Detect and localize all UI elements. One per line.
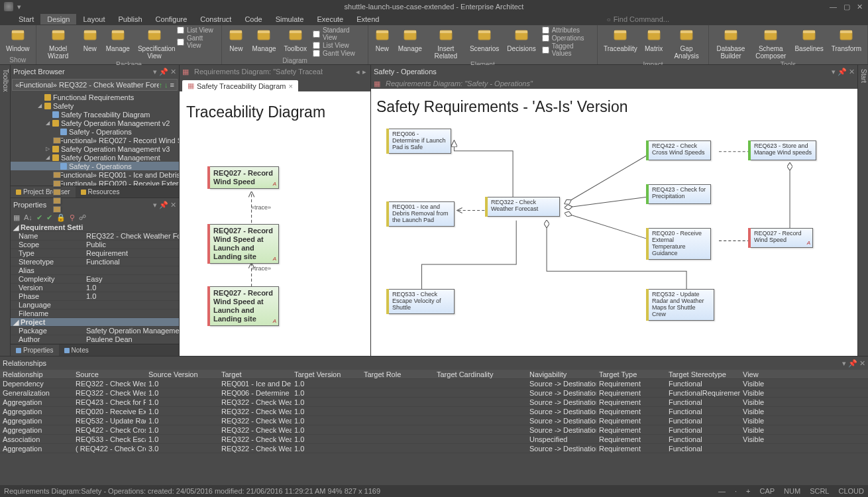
menu-tab-execute[interactable]: Execute — [310, 14, 350, 25]
rel-header[interactable]: Source — [73, 370, 146, 378]
requirement-box[interactable]: REQ623 - Store and Manage Wind speeds — [750, 140, 816, 160]
traceability-canvas[interactable]: Traceability Diagram REQ027 - Record Win… — [180, 91, 370, 356]
ribbon-check-operations[interactable]: Operations — [542, 34, 593, 42]
ribbon-database-builder[interactable]: Database Builder — [713, 27, 749, 61]
ribbon-manage[interactable]: Manage — [250, 27, 278, 54]
menu-tab-design[interactable]: Design — [40, 14, 76, 25]
sort-icon[interactable]: A↓ — [24, 213, 32, 221]
rel-header[interactable]: Relationship — [0, 370, 73, 378]
ribbon-new[interactable]: New — [226, 27, 246, 54]
requirement-box[interactable]: REQ020 - Receive External Temperature Gu… — [648, 228, 711, 260]
rel-header[interactable]: Target — [219, 370, 292, 378]
zoom-out-icon[interactable]: — — [718, 487, 726, 495]
find-command[interactable]: Find Command... — [607, 15, 868, 23]
minimize-button[interactable]: — — [830, 3, 837, 11]
requirement-box[interactable]: REQ027 - Record Wind Speed at Launch and… — [209, 224, 279, 264]
property-row[interactable]: StereotypeFunctional — [11, 258, 179, 266]
ribbon-decisions[interactable]: Decisions — [505, 27, 537, 54]
ribbon-check-tagged-values[interactable]: Tagged Values — [542, 42, 593, 57]
close-tab-icon[interactable]: × — [289, 82, 293, 90]
requirement-box[interactable]: REQ422 - Check Cross Wind Speeds — [648, 140, 711, 160]
relationships-grid[interactable]: RelationshipSourceSource VersionTargetTa… — [0, 370, 868, 485]
rel-header[interactable]: Source Version — [146, 370, 219, 378]
relationship-row[interactable]: GeneralizationREQ322 - Check Weather For… — [0, 388, 868, 398]
close-button[interactable]: ✕ — [857, 3, 863, 11]
zoom-in-icon[interactable]: + — [746, 487, 750, 495]
requirement-box[interactable]: REQ027 - Record Wind SpeedA — [750, 228, 813, 248]
ribbon-check-list-view[interactable]: List View — [313, 42, 364, 49]
menu-tab-code[interactable]: Code — [238, 14, 268, 25]
tree-node[interactable]: Safety - Operations — [11, 162, 179, 170]
tree-node[interactable]: Functional Requirements — [11, 93, 179, 101]
relationship-row[interactable]: AggregationREQ020 - Receive External Te.… — [0, 407, 868, 416]
rel-header[interactable]: View — [740, 370, 780, 378]
safety-operations-canvas[interactable]: Safety Requirements - 'As-Is' Version — [371, 89, 857, 356]
ribbon-check-gantt-view[interactable]: Gantt View — [313, 50, 364, 57]
ribbon-new[interactable]: New — [80, 27, 100, 54]
property-row[interactable]: AuthorPaulene Dean — [11, 335, 179, 344]
requirement-box[interactable]: REQ322 - Check Weather Forecast — [487, 197, 560, 217]
property-row[interactable]: ScopePublic — [11, 241, 179, 249]
rel-header[interactable]: Target Stereotype — [666, 370, 740, 378]
requirement-box[interactable]: REQ001 - Ice and Debris Removal from the… — [388, 201, 455, 227]
relationship-row[interactable]: Aggregation( REQ422 - Check Cross Wind .… — [0, 444, 868, 453]
ribbon-traceability[interactable]: Traceability — [602, 27, 639, 54]
lock-icon[interactable]: 🔒 — [56, 213, 66, 222]
ribbon-manage[interactable]: Manage — [104, 27, 132, 54]
menu-tab-configure[interactable]: Configure — [149, 14, 194, 25]
rel-header[interactable]: Target Version — [292, 370, 361, 378]
rel-header[interactable]: Target Type — [596, 370, 666, 378]
tree-node[interactable]: Safety - Operations — [11, 127, 179, 136]
project-browser-tree[interactable]: Functional Requirements◢SafetySafety Tra… — [11, 91, 179, 186]
pin-icon[interactable]: ⚲ — [70, 213, 75, 222]
props-tab[interactable]: Notes — [59, 345, 94, 356]
rel-header[interactable]: Target Cardinality — [434, 370, 527, 378]
ribbon-toolbox[interactable]: Toolbox — [282, 27, 309, 54]
qat-dropdown[interactable]: ▾ — [17, 3, 21, 11]
menu-tab-publish[interactable]: Publish — [112, 14, 149, 25]
requirement-box[interactable]: REQ027 - Record Wind Speed at Launch and… — [209, 286, 279, 326]
toolbox-sidebar[interactable]: Toolbox — [0, 65, 11, 356]
property-row[interactable]: Alias — [11, 266, 179, 275]
property-row[interactable]: TypeRequirement — [11, 249, 179, 258]
tree-node[interactable]: ◢Safety — [11, 101, 179, 110]
pb-tab[interactable]: Resources — [76, 186, 125, 197]
menu-tab-start[interactable]: Start — [12, 14, 40, 25]
property-row[interactable]: Version1.0 — [11, 284, 179, 292]
property-row[interactable]: NameREQ322 - Check Weather Forec... — [11, 232, 179, 241]
tree-node[interactable]: «Functional» REQ027 - Record Wind Sp — [11, 136, 179, 144]
start-sidebar[interactable]: Start — [857, 65, 868, 356]
ribbon-baselines[interactable]: Baselines — [792, 27, 825, 54]
requirement-box[interactable]: REQ423 - Check for Precipitation — [648, 184, 711, 204]
ribbon-model-wizard[interactable]: Model Wizard — [40, 27, 76, 61]
properties-grid[interactable]: ◢ Requirement SettingsNameREQ322 - Check… — [11, 223, 179, 344]
ribbon-new[interactable]: New — [372, 27, 392, 54]
ribbon-transform[interactable]: Transform — [830, 27, 863, 54]
zoom-slider[interactable]: · — [735, 487, 737, 495]
relationship-row[interactable]: AssociationREQ533 - Check Escape Veloci.… — [0, 435, 868, 444]
property-row[interactable]: Language — [11, 301, 179, 309]
menu-tab-simulate[interactable]: Simulate — [269, 14, 311, 25]
property-row[interactable]: ◢ Requirement Settings — [11, 223, 179, 232]
tree-node[interactable]: ◢Safety Operation Management — [11, 153, 179, 162]
pin-icon[interactable]: ▾ — [153, 68, 157, 76]
menu-tab-extend[interactable]: Extend — [350, 14, 386, 25]
tree-node[interactable]: Safety Traceability Diagram — [11, 110, 179, 119]
ribbon-specification-view[interactable]: Specification View — [136, 27, 173, 61]
props-tab[interactable]: Properties — [11, 345, 59, 356]
ribbon-schema-composer[interactable]: Schema Composer — [753, 27, 788, 61]
nav-left-icon[interactable]: ◂ — [356, 68, 360, 76]
relationship-row[interactable]: AggregationREQ423 - Check for Precipitat… — [0, 398, 868, 407]
props-icon[interactable]: ▦ — [13, 213, 20, 222]
tree-node[interactable]: «Functional» REQ020 - Receive Extern — [11, 179, 179, 186]
requirement-box[interactable]: REQ533 - Check Escape Velocity of Shuttl… — [388, 289, 455, 314]
maximize-button[interactable]: ▢ — [843, 3, 850, 11]
relationship-row[interactable]: AggregationREQ422 - Check Cross Wind S..… — [0, 425, 868, 435]
ribbon-check-gantt-view[interactable]: Gantt View — [177, 34, 217, 49]
project-browser-combo[interactable]: «Functional» REQ322 - Check Weather Fore… — [12, 79, 178, 91]
requirement-box[interactable]: REQ532 - Update Radar and Weather Maps f… — [648, 289, 714, 321]
pb-tab[interactable]: Project Browser — [11, 186, 76, 197]
pin-icon[interactable]: 📌 — [159, 68, 168, 76]
menu-tab-construct[interactable]: Construct — [193, 14, 238, 25]
requirement-box[interactable]: REQ027 - Record Wind SpeedA — [209, 166, 279, 189]
